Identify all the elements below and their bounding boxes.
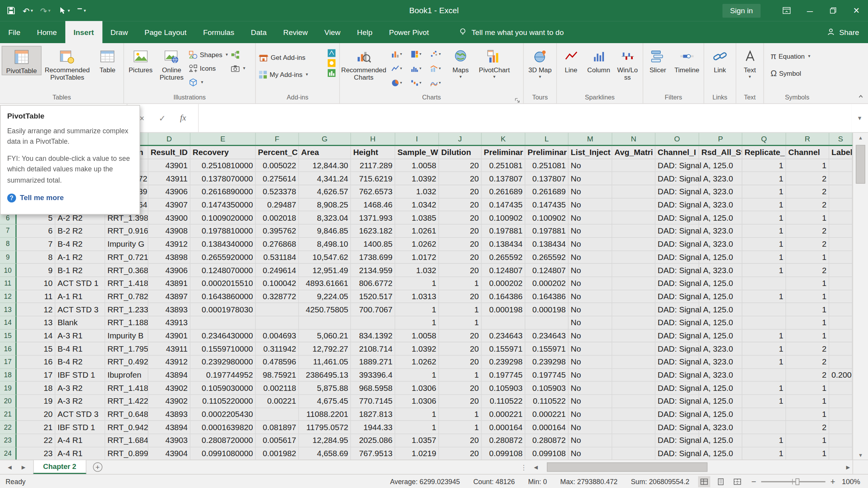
zoom-in-button[interactable]: + [830,477,835,486]
insert-surface-chart-button[interactable] [426,76,445,90]
cell[interactable]: 4,626.57 [299,185,351,199]
cell[interactable]: 0.280872 [481,434,525,448]
cell[interactable]: 1.0219 [395,447,439,460]
cell[interactable]: 4,675.45 [299,395,351,408]
cell[interactable]: DAD: Signal A, 125.0 [655,277,699,290]
cell[interactable]: No [569,356,612,369]
cell[interactable]: RRT_0.368 [105,264,148,277]
cell[interactable]: 17 [17,369,56,382]
formula-enter-button[interactable]: ✓ [159,113,166,123]
cell[interactable]: 43898 [148,251,190,264]
cell[interactable]: No [569,382,612,395]
cell[interactable]: 0.004693 [256,329,299,343]
cell[interactable]: Impurity G [105,238,148,251]
cell[interactable]: 43908 [148,225,190,238]
cell[interactable]: 43907 [148,199,190,212]
cell[interactable]: 0.155971 [525,343,569,356]
cell[interactable]: 0.251081 [525,159,569,173]
cell[interactable] [612,199,655,212]
cell[interactable]: 43912 [148,238,190,251]
insert-pie-chart-button[interactable] [387,76,406,90]
cell[interactable]: 11 [17,290,56,303]
cell[interactable]: 1.0306 [395,382,439,395]
cell[interactable]: 0.0002015510 [191,277,256,290]
get-addins-button[interactable]: Get Add-ins [257,51,306,64]
cell[interactable]: 1 [742,382,786,395]
row-header-18[interactable]: 18 [0,369,17,382]
column-header-R[interactable]: R [786,133,829,145]
cell[interactable]: 1468.46 [351,199,395,212]
addin-visio-icon[interactable] [327,49,336,58]
cell[interactable]: List_Inject [569,146,612,159]
cell[interactable] [829,421,852,434]
sparkline-column-button[interactable]: Column [584,46,613,74]
cell[interactable]: 12,284.95 [299,434,351,448]
cell[interactable]: 1.0058 [395,329,439,343]
cell[interactable]: 12,792.27 [299,343,351,356]
cell[interactable]: Blank [55,316,105,329]
cell[interactable]: 1 [395,303,439,316]
cell[interactable]: 1 [742,238,786,251]
cell[interactable]: 98.75921 [256,369,299,382]
cell[interactable]: 0.00221 [256,395,299,408]
cell[interactable]: 2 [786,264,829,277]
cell[interactable]: A-1 R2 [55,251,105,264]
cell[interactable]: 8,323.04 [299,211,351,225]
cell[interactable] [742,408,786,421]
cell[interactable]: Result_ID [148,146,190,159]
save-button[interactable] [7,6,16,15]
cell[interactable] [829,225,852,238]
column-header-S[interactable]: S [829,133,852,145]
cell[interactable]: DAD: Signal A, 323.0 [655,356,699,369]
cell[interactable]: A-4 R1 [55,447,105,460]
minimize-button[interactable]: ─ [798,0,822,21]
cell[interactable]: 1 [439,303,482,316]
cell[interactable] [612,356,655,369]
tab-insert[interactable]: Insert [65,21,102,43]
cell[interactable]: 1 [742,172,786,185]
cell[interactable]: Preliminar [525,146,569,159]
insert-waterfall-chart-button[interactable] [406,76,426,90]
cell[interactable]: Dilution [439,146,482,159]
cell[interactable]: 1520.517 [351,290,395,303]
cell[interactable]: No [569,408,612,421]
sign-in-button[interactable]: Sign in [722,3,761,17]
cell[interactable]: 0.531184 [256,251,299,264]
cell[interactable]: 1 [395,316,439,329]
cell[interactable] [829,408,852,421]
cell[interactable] [612,316,655,329]
cell[interactable]: RRT_1.418 [105,382,148,395]
pivotchart-button[interactable]: PivotChart [475,46,514,79]
cell[interactable]: 1 [786,316,829,329]
cell[interactable]: 1.032 [395,185,439,199]
cell[interactable]: 715.6219 [351,172,395,185]
cell[interactable]: 1 [439,369,482,382]
cell[interactable]: 1 [742,447,786,460]
cell[interactable]: DAD: Signal A, 125.0 [655,316,699,329]
cell[interactable]: DAD: Signal A, 125.0 [655,395,699,408]
cell[interactable]: RRT_1.684 [105,434,148,448]
cell[interactable] [829,290,852,303]
cell[interactable]: DAD: Signal A, 125.0 [655,290,699,303]
cell[interactable]: No [569,290,612,303]
cell[interactable]: No [569,264,612,277]
cell[interactable]: 1.0392 [395,172,439,185]
cell[interactable]: No [569,369,612,382]
cell[interactable]: 2 [786,369,829,382]
cell[interactable] [612,251,655,264]
cell[interactable]: 0.251081 [481,159,525,173]
cell[interactable]: Sample_W [395,146,439,159]
cell[interactable]: 0.234643 [481,329,525,343]
cell[interactable]: RRT_1.422 [105,395,148,408]
text-button[interactable]: Text [738,46,761,79]
cell[interactable]: 12,951.49 [299,264,351,277]
cell[interactable]: 43903 [148,434,190,448]
cell[interactable]: 20 [439,382,482,395]
cell[interactable]: 700.7067 [351,303,395,316]
cell[interactable]: 1.0306 [395,395,439,408]
cell[interactable]: 1 [742,329,786,343]
cell[interactable]: 1738.699 [351,251,395,264]
cell[interactable]: 1 [786,303,829,316]
cell[interactable]: 1 [786,329,829,343]
cell[interactable]: No [569,434,612,448]
